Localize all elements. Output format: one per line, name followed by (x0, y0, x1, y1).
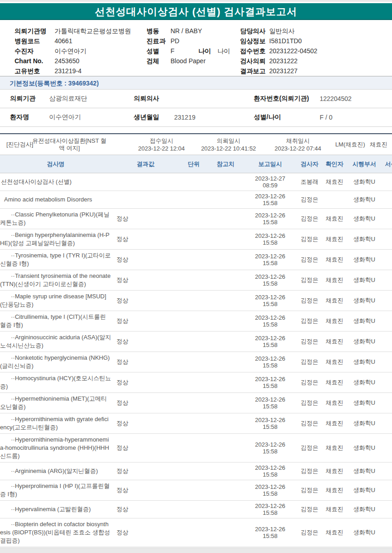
test-name: ··Hyperprolinemia I (HP I)(고프롤린혈증 I형) (0, 482, 111, 498)
verifier-name: 채효진 (322, 399, 347, 407)
field-row: 임상정보I581D1TD0 (240, 36, 317, 46)
test-name: ··Hyperornithinemia-hyperammonemia-homoc… (0, 436, 111, 460)
result-value: 정상 (111, 419, 180, 427)
window-bottom-strip (0, 548, 392, 553)
tester-name: 김정은 (297, 196, 322, 204)
result-row: ··Tyrosinemia, type I (TYR I)(고타이로신혈증 I형… (0, 250, 392, 270)
field-value: 20231222 (269, 57, 297, 65)
field-label: 검체 (146, 56, 171, 66)
report-datetime: 2023-12-26 15:58 (243, 355, 297, 369)
field-label: 병원코드 (15, 36, 55, 46)
test-name: 선천성대사이상검사 (선별) (0, 178, 111, 186)
verifier-name: 채효진 (322, 505, 347, 513)
header-dept: 시행부서 (347, 160, 382, 168)
tester-name: 김정은 (297, 528, 322, 537)
field-label: 환자명 (10, 113, 49, 121)
field-value: 40661 (55, 37, 72, 45)
verifier-name: 채효진 (322, 467, 347, 475)
verifier-name: 채효진 (322, 317, 347, 325)
field-row: 수진자이수연아기 (15, 46, 131, 56)
report-datetime: 2023-12-26 15:58 (243, 503, 297, 516)
result-row: ··Hyperornithinemia-hyperammonemia-homoc… (0, 434, 392, 463)
result-row: ··Maple syrup urine disease [MSUD](단풍당뇨증… (0, 291, 392, 311)
collect-method: LM(채효진) (334, 134, 366, 155)
verifier-name: 채효진 (322, 256, 347, 264)
field-row: 고유번호231219-4 (15, 66, 131, 76)
verifier-name: 채효진 (322, 358, 347, 366)
field-label: 임상정보 (240, 36, 269, 46)
header-verifier: 확인자 (322, 160, 347, 168)
result-value: 정상 (111, 528, 180, 537)
result-row: ··Citrullinemia, type I (CIT)(시트룰린혈증 I형)… (0, 311, 392, 332)
field-label: 담당의사 (240, 26, 269, 36)
performing-dept: 생화학U (347, 486, 382, 494)
patient-header-col-middle: 병동NR / BABY 진료과PD 성별F나이나이 검체Blood Paper (146, 26, 230, 66)
tester-name: 김정은 (297, 444, 322, 452)
verifier-name: 채효진 (322, 419, 347, 427)
request-datetime: 의뢰일시 2023-12-22 10:41:52 (193, 134, 264, 155)
field-value: 삼광의료재단 (49, 95, 134, 103)
result-value: 정상 (111, 235, 180, 243)
report-datetime: 2023-12-26 15:58 (243, 376, 297, 389)
field-label: 환자번호(의뢰기관) (254, 95, 320, 103)
report-datetime: 2023-12-26 15:58 (243, 441, 297, 455)
performing-dept: 생화학U (347, 399, 382, 407)
verifier-name: 채효진 (322, 444, 347, 452)
result-row: ··Hypermethioninemia (MET)(고메티오닌혈증) 정상 2… (0, 393, 392, 413)
verifier-name: 채효진 (322, 215, 347, 223)
field-label: 의뢰기관명 (15, 26, 55, 36)
order-test-group: 유전성대사이상질환[NST 혈액 여지] (30, 134, 109, 155)
performing-dept: 생화학U (347, 317, 382, 325)
tester-name: 김정은 (297, 337, 322, 346)
field-label: 결과보고 (240, 66, 269, 76)
tester-name: 김정은 (297, 215, 322, 223)
report-datetime: 2023-12-26 15:58 (243, 464, 297, 478)
tester-name: 김정은 (297, 276, 322, 284)
test-name: ··Hypervalinemia (고발린혈증) (0, 505, 111, 513)
result-row: ··Argininemia (ARG)(알지닌혈증) 정상 2023-12-26… (0, 463, 392, 480)
tester-name: 김정은 (297, 419, 322, 427)
field-label: 수진자 (15, 46, 55, 56)
test-name: ··Nonketotic hyperglycinemia (NKHG)(글리신뇌… (0, 354, 111, 370)
basic-info-title: 기본정보(등록번호 : 39469342) (10, 80, 99, 87)
test-name: ··Citrullinemia, type I (CIT)(시트룰린혈증 I형) (0, 313, 111, 329)
verifier-name: 채효진 (322, 297, 347, 305)
basic-info-row: 환자명 이수연아기 생년월일 231219 성별/나이 F / 0 (0, 108, 392, 127)
result-row: ··Benign hyperphenylalaninemia (H-PHE)(양… (0, 229, 392, 250)
collection-datetime-label: 채취일시 (264, 137, 332, 145)
report-datetime: 2023-12-26 15:58 (243, 253, 297, 266)
field-label: 의뢰의사 (134, 95, 174, 103)
field-value: F / 0 (320, 114, 374, 121)
field-value: 231219 (174, 114, 254, 121)
result-row: ··Biopterin defect in cofactor biosynthe… (0, 518, 392, 547)
field-value: 231219-4 (55, 67, 81, 75)
test-name: ··Homocystinuria (HCY)(호모시스틴뇨증) (0, 374, 111, 391)
test-name: Amino acid metabolism Disorders (0, 196, 111, 204)
tester-name: 김정은 (297, 505, 322, 513)
receipt-datetime-value: 2023-12-22 12:04 (130, 145, 193, 152)
performing-dept: 생화학U (347, 378, 382, 387)
verifier-name: 채효진 (322, 378, 347, 387)
report-datetime: 2023-12-26 15:58 (243, 314, 297, 328)
field-label: 병동 (146, 26, 171, 36)
window-top-strip (0, 0, 392, 3)
field-row: 병원코드40661 (15, 36, 131, 46)
test-name: ··Argininosuccinic aciduria (ASA)(알지노석시닌… (0, 333, 111, 350)
report-datetime: 2023-12-26 15:58 (243, 212, 297, 226)
field-row: 담당의사일반의사 (240, 26, 317, 36)
verifier-name: 채효진 (322, 276, 347, 284)
result-row: ··Hypervalinemia (고발린혈증) 정상 2023-12-26 1… (0, 501, 392, 518)
field-row: 성별F나이나이 (146, 46, 230, 56)
header-tester: 검사자 (297, 160, 322, 168)
result-value: 정상 (111, 467, 180, 475)
report-title-band: 선천성대사이상검사 (선별) 검사결과보고서 (0, 3, 392, 20)
request-datetime-label: 의뢰일시 (193, 137, 264, 145)
field-label: 생년월일 (134, 113, 174, 121)
verifier-name: 채효진 (322, 178, 347, 186)
field-row: 진료과PD (146, 36, 230, 46)
result-row: ··Homocystinuria (HCY)(호모시스틴뇨증) 정상 2023-… (0, 372, 392, 393)
test-name: ··Transient tyrosinemia of the neonate (… (0, 272, 111, 288)
field-label: 성별 (146, 46, 171, 56)
result-value: 정상 (111, 276, 180, 284)
result-row: ··Hyperprolinemia I (HP I)(고프롤린혈증 I형) 정상… (0, 480, 392, 501)
